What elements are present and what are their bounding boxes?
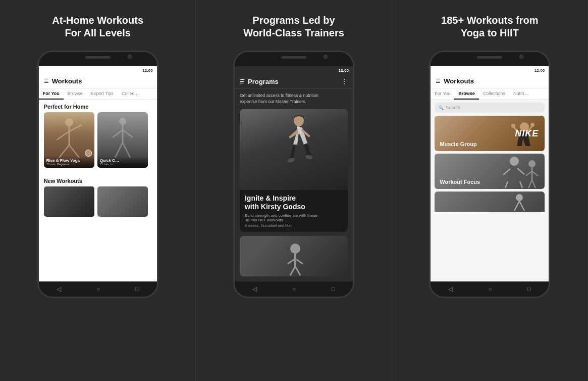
svg-line-39 [519,201,524,211]
panel-1-title: At-Home WorkoutsFor All Levels [52,14,143,39]
card-1-avatar [85,150,92,157]
program-card-image [240,109,348,190]
search-placeholder: Search [446,105,460,110]
phone-2-camera [324,55,328,59]
new-card-1[interactable] [44,186,94,217]
phone-3-speaker [477,56,502,59]
phone-2: 12:00 ☰ Programs ⋮ Get unlimited access … [233,51,354,298]
second-program-card[interactable] [240,236,348,276]
nav-home-2[interactable]: ○ [292,285,296,293]
athlete-svg [271,112,316,187]
nav-back-2[interactable]: ◁ [252,285,257,293]
nav-recent-2[interactable]: □ [332,285,335,293]
tab-browse-3[interactable]: Browse [454,88,479,100]
svg-line-33 [526,171,532,176]
card-2-overlay: Quick C… 21 min, In… [97,156,148,168]
panel-3-title: 185+ Workouts fromYoga to HIIT [441,14,538,39]
phone-3-bottom: ◁ ○ □ [431,281,549,297]
svg-line-2 [57,131,69,140]
svg-line-9 [123,130,133,137]
menu-icon-3[interactable]: ☰ [436,78,441,84]
card-1-sub: 15 min, Beginner [46,163,92,166]
app-header-2: ☰ Programs ⋮ [235,74,353,89]
card-1-overlay: Rise & Flow Yoga 15 min, Beginner [44,156,94,168]
workout-card-gym[interactable]: Quick C… 21 min, In… [97,112,148,168]
svg-point-37 [516,194,523,201]
menu-icon-1[interactable]: ☰ [44,78,49,84]
category-label-muscle: Muscle Group [440,141,476,147]
nav-back-1[interactable]: ◁ [57,285,61,293]
svg-point-24 [511,124,515,128]
tab-expert-tips[interactable]: Expert Tips [87,88,118,99]
workout-card-yoga[interactable]: Rise & Flow Yoga 15 min, Beginner [44,112,94,168]
tab-collections-3[interactable]: Collections [479,88,509,99]
phone-1-speaker [85,56,111,59]
panel-1: At-Home WorkoutsFor All Levels 12:00 ☰ W… [0,0,196,381]
svg-point-25 [530,123,534,127]
phone-1-screen: 12:00 ☰ Workouts For You Browse Expert T… [39,66,157,281]
status-time-3: 12:00 [534,68,545,73]
program-card-content: Ignite & Inspirewith Kirsty Godso Build … [240,190,348,232]
svg-point-6 [119,118,126,125]
phone-3: 12:00 ☰ Workouts For You Browse Collecti… [429,51,550,298]
header-title-3: Workouts [444,77,544,85]
new-workouts-section: New Workouts [39,174,157,217]
category-3-partial[interactable] [435,192,545,212]
card-2-sub: 21 min, In… [100,163,145,166]
phone-1-camera [128,55,132,59]
svg-point-0 [65,118,73,126]
svg-line-11 [123,142,130,158]
phone-1-top [39,52,157,66]
tab-nutrition-3[interactable]: Nutrit… [509,88,533,99]
screen-1-content: Perfect for Home [39,100,157,281]
phone-2-speaker [281,56,306,59]
svg-line-34 [532,171,538,176]
status-time-2: 12:00 [339,68,349,73]
tab-collections-partial[interactable]: Collec… [118,88,143,99]
svg-line-18 [295,259,303,264]
menu-icon-2[interactable]: ☰ [240,78,245,85]
search-icon-3: 🔍 [439,106,444,110]
header-title-2: Programs [248,78,341,85]
programs-screen: ☰ Programs ⋮ Get unlimited access to fit… [235,74,353,281]
app-header-1: ☰ Workouts [39,74,157,88]
phone-3-camera [519,55,523,59]
status-bar-3: 12:00 [431,66,549,74]
app-header-3: ☰ Workouts [431,74,549,88]
svg-line-19 [290,266,295,275]
panel-2: Programs Led byWorld-Class Trainers 12:0… [196,0,392,381]
panel-3: 185+ Workouts fromYoga to HIIT 12:00 ☰ W… [392,0,588,381]
nav-recent-1[interactable]: □ [135,285,139,293]
new-workouts-cards [39,186,157,217]
new-card-2[interactable] [97,186,148,217]
nav-recent-3[interactable]: □ [527,285,531,293]
phone-3-screen: 12:00 ☰ Workouts For You Browse Collecti… [431,66,549,281]
nav-home-1[interactable]: ○ [96,285,100,293]
tab-browse[interactable]: Browse [64,88,87,99]
svg-line-8 [113,130,123,137]
nav-back-3[interactable]: ◁ [448,285,453,293]
svg-line-35 [528,180,532,188]
category-workout-focus[interactable]: Workout Focus [435,154,545,189]
status-time-1: 12:00 [142,68,152,73]
more-icon-2[interactable]: ⋮ [341,77,348,85]
svg-point-26 [510,157,519,166]
program-card-desc: Build strength and confidence with these… [245,213,343,222]
program-featured-card[interactable]: Ignite & Inspirewith Kirsty Godso Build … [240,109,348,232]
tab-for-you[interactable]: For You [39,88,64,100]
cards-row-1: Rise & Flow Yoga 15 min, Beginner [39,112,157,172]
card-2-title: Quick C… [100,158,145,163]
tab-for-you-3[interactable]: For You [431,88,454,99]
svg-line-10 [115,142,123,158]
phone-3-top [431,52,549,66]
category-muscle-group[interactable]: NIKE Muscle Group [435,116,545,151]
search-bar-3[interactable]: 🔍 Search [435,103,545,113]
svg-point-14 [305,155,312,160]
svg-line-38 [514,201,519,211]
header-title-1: Workouts [52,77,152,85]
tabs-3: For You Browse Collections Nutrit… [431,88,549,100]
card-1-title: Rise & Flow Yoga [46,158,92,163]
phone-1: 12:00 ☰ Workouts For You Browse Expert T… [37,51,158,298]
nav-home-3[interactable]: ○ [489,285,492,293]
section-perfect-home: Perfect for Home [39,100,157,112]
